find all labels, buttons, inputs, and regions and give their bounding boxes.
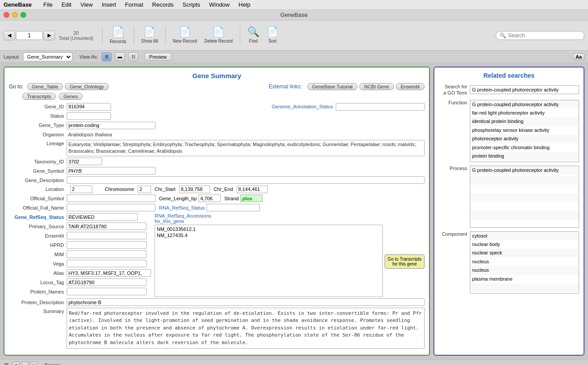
chr-start-input[interactable] (179, 186, 210, 193)
chr-end-label: Chr_End (214, 186, 233, 192)
protein-description-input[interactable] (67, 298, 425, 306)
ncbi-gene-button[interactable]: NCBI Gene (359, 83, 394, 90)
menu-window[interactable]: Window (205, 0, 234, 10)
hprd-input[interactable] (67, 241, 147, 249)
taxonomy-row: Taxonomy_ID (9, 158, 425, 166)
chr-end-input[interactable] (237, 186, 268, 193)
rna-refseq-list[interactable]: NM_001335612.1 NM_127435.4 (155, 225, 383, 297)
delete-record-icon[interactable]: 📄 (212, 27, 224, 37)
component-list[interactable]: cytosol nuclear body nuclear speck nucle… (470, 231, 579, 294)
menu-insert[interactable]: Insert (97, 0, 121, 10)
rna-refseq-status-input[interactable] (207, 204, 260, 211)
chromosome-input[interactable] (138, 186, 151, 193)
function-item[interactable]: protein histidine kinase activity (470, 160, 579, 162)
refseq-list-area: NM_001335612.1 NM_127435.4 Go to Transcr… (155, 225, 425, 297)
layout-select[interactable]: Gene_Summary (23, 52, 72, 61)
close-button[interactable] (4, 12, 9, 18)
goto-gene-table-button[interactable]: Gene_Table (27, 83, 63, 90)
process-list[interactable]: G protein-coupled photoreceptor activity (470, 166, 579, 228)
strand-input[interactable] (240, 194, 262, 202)
prev-record-button[interactable]: ◀ (4, 31, 15, 40)
menu-view[interactable]: View (76, 0, 97, 10)
go-to-transcripts-button[interactable]: Go to Transcripts for this gene (385, 254, 425, 269)
location-input[interactable] (70, 186, 92, 193)
status-input[interactable] (67, 112, 111, 120)
component-item[interactable]: nucleus (470, 266, 579, 274)
locus-tag-input[interactable] (67, 278, 147, 286)
goto-gene-ontology-button[interactable]: Gene_Ontology (65, 83, 109, 90)
primary-source-input[interactable] (67, 222, 147, 230)
records-icon[interactable]: 📄 (111, 27, 125, 37)
process-item[interactable]: G protein-coupled photoreceptor activity (470, 166, 579, 175)
summary-textarea[interactable]: Red/far-red photoreceptor involved in th… (67, 308, 425, 349)
component-item[interactable]: cytosol (470, 232, 579, 240)
new-record-icon[interactable]: 📄 (179, 27, 191, 37)
view-list-button[interactable]: ▬ (115, 52, 125, 61)
gene-length-input[interactable] (199, 194, 221, 202)
go-search-input[interactable] (470, 85, 579, 94)
status-icon-1[interactable]: + (12, 361, 20, 365)
genome-annotation-status-input[interactable] (336, 103, 425, 111)
process-item[interactable] (470, 202, 579, 210)
search-input[interactable] (508, 32, 580, 39)
function-item[interactable]: photoreceptor activity (470, 135, 579, 143)
function-item[interactable]: promoter-specific chromatin binding (470, 143, 579, 152)
menu-format[interactable]: Format (120, 0, 147, 10)
process-item[interactable] (470, 176, 579, 185)
function-item[interactable]: protein binding (470, 152, 579, 160)
menu-file[interactable]: File (39, 0, 57, 10)
component-item[interactable]: nuclear speck (470, 249, 579, 257)
status-icon-3[interactable]: □ (30, 361, 37, 365)
function-item[interactable]: far-red light photoreceptor activity (470, 109, 579, 117)
gene-id-input[interactable] (67, 103, 111, 111)
gene-type-input[interactable] (67, 122, 155, 129)
ensembl-input[interactable] (67, 232, 147, 239)
find-icon[interactable]: 🔍 (247, 27, 259, 37)
menu-records[interactable]: Records (148, 0, 178, 10)
next-record-button[interactable]: ▶ (44, 31, 55, 40)
component-item[interactable]: plasma membrane (470, 275, 579, 283)
function-item[interactable]: G protein-coupled photoreceptor activity (470, 100, 579, 109)
process-item[interactable] (470, 194, 579, 202)
primary-source-label: Primary_Source (9, 224, 67, 229)
process-item[interactable] (470, 219, 579, 228)
goto-genes-button[interactable]: Genes (59, 93, 83, 100)
gene-description-input[interactable] (67, 176, 425, 184)
sort-icon[interactable]: 📄 (266, 27, 278, 37)
alias-input[interactable] (67, 269, 151, 277)
nav-controls: ◀ ▶ (4, 31, 55, 40)
ensembl-button[interactable]: Ensembl (396, 83, 425, 90)
function-item[interactable]: identical protein binding (470, 117, 579, 126)
gene-symbol-input[interactable] (67, 167, 155, 175)
component-item[interactable] (470, 283, 579, 292)
search-box[interactable]: 🔍 (496, 31, 584, 40)
view-table-button[interactable]: ☷ (128, 52, 138, 61)
taxonomy-input[interactable] (67, 158, 102, 165)
process-item[interactable] (470, 211, 579, 219)
process-item[interactable] (470, 185, 579, 193)
show-all-icon[interactable]: 📄 (143, 27, 155, 37)
menu-help[interactable]: Help (234, 0, 255, 10)
component-item[interactable]: nucleus (470, 258, 579, 266)
view-form-button[interactable]: ☰ (102, 52, 111, 61)
official-full-name-input[interactable] (67, 204, 155, 211)
official-symbol-input[interactable] (67, 194, 155, 202)
goto-transcripts-button[interactable]: Transcripts (22, 93, 56, 100)
genebase-tutorial-button[interactable]: GeneBase Tutorial (307, 83, 358, 90)
maximize-button[interactable] (20, 12, 26, 18)
menu-edit[interactable]: Edit (57, 0, 76, 10)
component-item[interactable] (470, 292, 579, 293)
minimize-button[interactable] (12, 12, 18, 18)
mim-input[interactable] (67, 250, 147, 258)
preview-button[interactable]: Preview (144, 53, 171, 61)
protein-names-input[interactable] (67, 288, 147, 295)
vega-input[interactable] (67, 260, 147, 267)
gene-refseq-status-input[interactable] (67, 213, 138, 221)
scrollbar-area: Go to Transcripts for this gene (385, 225, 425, 297)
status-icon-2[interactable]: - (21, 361, 28, 365)
component-item[interactable]: nuclear body (470, 240, 579, 249)
function-list[interactable]: G protein-coupled photoreceptor activity… (470, 100, 579, 162)
menu-scripts[interactable]: Scripts (178, 0, 205, 10)
function-item[interactable]: phosphorelay sensor kinase activity (470, 126, 579, 135)
record-number-input[interactable] (16, 31, 43, 40)
